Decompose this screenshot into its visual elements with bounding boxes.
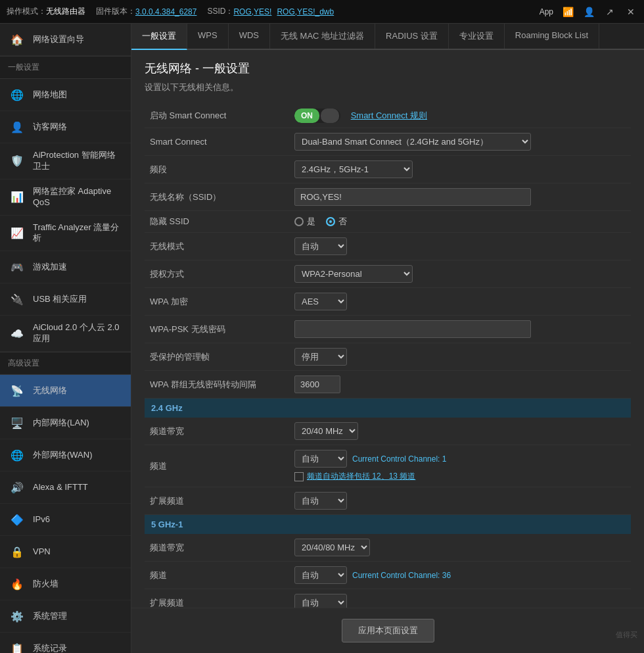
smart-connect-toggle-label: 启动 Smart Connect — [145, 104, 289, 128]
settings-form: 启动 Smart Connect ON Smart Connect 规则 Sma… — [145, 104, 631, 608]
sidebar-label-network-map: 网络地图 — [33, 89, 67, 101]
syslog-icon: 📋 — [8, 639, 26, 653]
sidebar-label-game-boost: 游戏加速 — [33, 262, 67, 273]
sidebar-label-wireless: 无线网络 — [33, 385, 67, 397]
ch-bw-24-label: 频道带宽 — [145, 418, 289, 445]
ch-bw-5-select[interactable]: 20/40/80 MHz — [294, 539, 370, 556]
ext-ch-5-select[interactable]: 自动 — [294, 594, 347, 608]
sidebar-item-vpn[interactable]: 🔒 VPN — [0, 536, 131, 568]
wpa-rotate-label: WPA 群组无线密码转动间隔 — [145, 371, 289, 399]
sidebar-item-syslog[interactable]: 📋 系统记录 — [0, 633, 131, 653]
radio-yes-label: 是 — [307, 216, 315, 228]
hidden-ssid-no[interactable]: 否 — [326, 216, 347, 228]
main-panel: 一般设置 WPS WDS 无线 MAC 地址过滤器 RADIUS 设置 专业设置… — [131, 24, 644, 653]
wpa-encrypt-label: WPA 加密 — [145, 288, 289, 316]
topbar: 操作模式： 无线路由器 固件版本： 3.0.0.4.384_6287 SSID：… — [0, 0, 644, 24]
sidebar-item-traffic-analyzer[interactable]: 📈 Traffic Analyzer 流量分析 — [0, 216, 131, 252]
sidebar-item-wan[interactable]: 🌐 外部网络(WAN) — [0, 439, 131, 472]
tab-professional[interactable]: 专业设置 — [449, 24, 505, 49]
ssid-label: 无线名称（SSID） — [145, 183, 289, 211]
sidebar-label-aicloud: AiCloud 2.0 个人云 2.0 应用 — [33, 322, 123, 345]
sidebar-item-lan[interactable]: 🖥️ 内部网络(LAN) — [0, 407, 131, 439]
ch-checkbox-label-24[interactable]: 频道自动选择包括 12、13 频道 — [307, 471, 415, 482]
tab-mac-filter[interactable]: 无线 MAC 地址过滤器 — [270, 24, 375, 49]
band-select[interactable]: 2.4GHz，5GHz-1 — [294, 160, 413, 178]
ch-24-row: 自动 Current Control Channel: 1 — [294, 450, 626, 468]
radio-no-label: 否 — [338, 216, 347, 228]
ssid-input[interactable] — [294, 188, 531, 206]
signal-icon[interactable]: 📶 — [561, 5, 574, 18]
topbar-ssid-label: SSID： — [207, 6, 233, 17]
sidebar-label-setup-wizard: 网络设置向导 — [33, 34, 84, 45]
sidebar-item-sysadmin[interactable]: ⚙️ 系统管理 — [0, 600, 131, 633]
tab-radius[interactable]: RADIUS 设置 — [375, 24, 449, 49]
tab-wds[interactable]: WDS — [229, 24, 270, 49]
sidebar-item-ipv6[interactable]: 🔷 IPv6 — [0, 504, 131, 536]
sidebar-label-ipv6: IPv6 — [33, 514, 50, 525]
sidebar-label-adaptive-qos: 网络监控家 Adaptive QoS — [33, 186, 123, 208]
sidebar-advanced-section: 高级设置 — [0, 352, 131, 375]
sidebar-label-lan: 内部网络(LAN) — [33, 418, 89, 429]
ch-current-5: Current Control Channel: 36 — [352, 571, 451, 580]
wpa-psk-input[interactable] — [294, 320, 531, 338]
ext-ch-24-select[interactable]: 自动 — [294, 492, 347, 510]
sidebar-item-wireless[interactable]: 📡 无线网络 — [0, 375, 131, 407]
smart-connect-toggle[interactable]: ON — [294, 109, 340, 123]
sidebar-item-setup-wizard[interactable]: 🏠 网络设置向导 — [0, 24, 131, 56]
wireless-mode-label: 无线模式 — [145, 233, 289, 260]
content-area: 无线网络 - 一般设置 设置以下无线相关信息。 启动 Smart Connect… — [131, 50, 644, 608]
close-icon[interactable]: ✕ — [624, 5, 637, 18]
usb-app-icon: 🔌 — [8, 290, 26, 308]
toggle-on-text: ON — [294, 109, 319, 123]
alexa-icon: 🔊 — [8, 478, 26, 496]
watermark: 值得买 — [616, 630, 637, 640]
sidebar-item-adaptive-qos[interactable]: 📊 网络监控家 Adaptive QoS — [0, 180, 131, 216]
aicloud-icon: ☁️ — [8, 324, 26, 343]
wpa-rotate-input[interactable] — [294, 375, 340, 393]
sidebar-item-usb-app[interactable]: 🔌 USB 相关应用 — [0, 283, 131, 316]
ch-checkbox-24[interactable] — [294, 472, 304, 481]
setup-wizard-icon: 🏠 — [8, 30, 26, 49]
sidebar-item-network-map[interactable]: 🌐 网络地图 — [0, 79, 131, 111]
topbar-mode-label: 操作模式： — [7, 6, 46, 17]
tab-roaming-block[interactable]: Roaming Block List — [505, 24, 599, 49]
sidebar-label-firewall: 防火墙 — [33, 579, 58, 590]
page-subtitle: 设置以下无线相关信息。 — [145, 82, 631, 93]
protected-mgmt-select[interactable]: 停用 — [294, 348, 347, 366]
apply-button[interactable]: 应用本页面设置 — [342, 619, 434, 642]
smart-connect-mode-select[interactable]: Dual-Band Smart Connect（2.4GHz and 5GHz） — [294, 133, 531, 151]
tab-general[interactable]: 一般设置 — [131, 24, 187, 50]
sidebar-item-aiprotection[interactable]: 🛡️ AiProtection 智能网络卫士 — [0, 143, 131, 180]
tab-wps[interactable]: WPS — [187, 24, 229, 49]
sidebar-label-vpn: VPN — [33, 546, 51, 558]
ipv6-icon: 🔷 — [8, 510, 26, 529]
network-map-icon: 🌐 — [8, 85, 26, 104]
wpa-encrypt-select[interactable]: AES — [294, 293, 347, 310]
wireless-mode-select[interactable]: 自动 — [294, 237, 347, 255]
ch-bw-24-select[interactable]: 20/40 MHz — [294, 422, 358, 440]
firewall-icon: 🔥 — [8, 575, 26, 593]
sidebar: 🏠 网络设置向导 一般设置 🌐 网络地图 👤 访客网络 🛡️ AiProtect… — [0, 24, 131, 653]
sidebar-item-game-boost[interactable]: 🎮 游戏加速 — [0, 251, 131, 283]
ch-5-select[interactable]: 自动 — [294, 566, 347, 584]
smart-connect-rules-link[interactable]: Smart Connect 规则 — [351, 110, 427, 120]
hidden-ssid-radio-group: 是 否 — [294, 216, 626, 228]
sidebar-item-alexa[interactable]: 🔊 Alexa & IFTTT — [0, 472, 131, 504]
page-title: 无线网络 - 一般设置 — [145, 60, 631, 76]
section-5ghz: 5 GHz-1 — [145, 515, 631, 535]
auth-select[interactable]: WPA2-Personal — [294, 265, 413, 283]
sysadmin-icon: ⚙️ — [8, 607, 26, 625]
sidebar-item-firewall[interactable]: 🔥 防火墙 — [0, 568, 131, 600]
user-icon[interactable]: 👤 — [582, 5, 595, 18]
ch-24-select[interactable]: 自动 — [294, 450, 347, 468]
share-icon[interactable]: ↗ — [603, 5, 616, 18]
sidebar-general-section: 一般设置 — [0, 56, 131, 79]
ch-5-label: 频道 — [145, 562, 289, 589]
tab-bar: 一般设置 WPS WDS 无线 MAC 地址过滤器 RADIUS 设置 专业设置… — [131, 24, 644, 50]
sidebar-item-guest-network[interactable]: 👤 访客网络 — [0, 111, 131, 143]
wpa-psk-label: WPA-PSK 无线密码 — [145, 316, 289, 343]
section-24ghz: 2.4 GHz — [145, 399, 631, 418]
hidden-ssid-yes[interactable]: 是 — [294, 216, 315, 228]
sidebar-label-syslog: 系统记录 — [33, 643, 67, 653]
sidebar-item-aicloud[interactable]: ☁️ AiCloud 2.0 个人云 2.0 应用 — [0, 316, 131, 352]
